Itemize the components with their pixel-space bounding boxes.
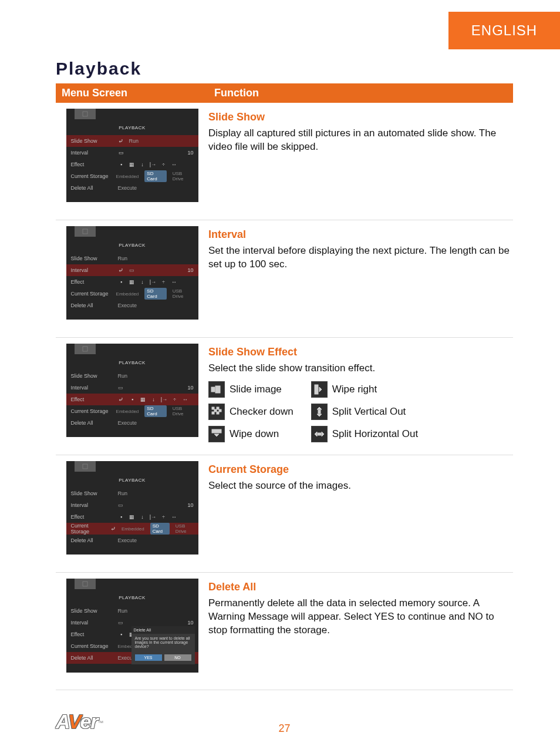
function-title: Slide Show Effect: [208, 346, 513, 358]
svg-rect-16: [83, 582, 87, 586]
menu-screenshot-effect: PLAYBACK Slide ShowRun Interval▭10 Effec…: [66, 344, 198, 437]
svg-rect-3: [211, 387, 215, 392]
function-body: Permanently delete all the data in selec…: [208, 597, 513, 637]
table-row: PLAYBACK Slide ShowRun Interval▭10 Effec…: [56, 573, 513, 690]
yes-button[interactable]: YES: [135, 654, 162, 661]
table-row: PLAYBACK Slide ShowRun Interval▭10 Effec…: [56, 455, 513, 573]
svg-rect-1: [83, 229, 87, 234]
table-header-left: Menu Screen: [62, 87, 214, 99]
table-header: Menu Screen Function: [56, 83, 513, 103]
page-footer: AVer™ 27: [56, 708, 513, 746]
header-row: ENGLISH: [0, 0, 560, 53]
slide-image-icon: [208, 381, 225, 398]
svg-rect-2: [83, 347, 87, 351]
effect-label: Checker down: [230, 406, 294, 418]
page-number: 27: [278, 723, 290, 735]
svg-rect-11: [212, 429, 221, 433]
function-body: Select the slide show transition effect.: [208, 362, 513, 375]
effect-label: Split Horizontal Out: [332, 428, 418, 440]
wipe-down-icon: [208, 426, 225, 442]
function-body: Display all captured still pictures in a…: [208, 127, 513, 154]
table-row: PLAYBACK Slide ShowRun Interval⤶▭10 Effe…: [56, 220, 513, 338]
effect-label: Wipe right: [332, 384, 377, 395]
svg-rect-13: [318, 410, 321, 414]
language-indicator: ENGLISH: [448, 12, 560, 49]
menu-screenshot-interval: PLAYBACK Slide ShowRun Interval⤶▭10 Effe…: [66, 226, 198, 320]
table-row: PLAYBACK Slide Show⤶Run Interval▭10 Effe…: [56, 103, 513, 220]
no-button[interactable]: NO: [164, 654, 191, 661]
table-row: PLAYBACK Slide ShowRun Interval▭10 Effec…: [56, 338, 513, 455]
svg-rect-15: [83, 464, 87, 469]
svg-rect-10: [217, 412, 219, 414]
function-title: Current Storage: [208, 463, 513, 476]
effect-list: Slide image Checker down Wipe down Wipe …: [208, 381, 513, 442]
function-body: Select the source of the images.: [208, 479, 513, 493]
svg-rect-14: [318, 433, 321, 435]
menu-screenshot-delete: PLAYBACK Slide ShowRun Interval▭10 Effec…: [66, 579, 198, 673]
svg-rect-6: [217, 407, 219, 409]
effect-label: Wipe down: [230, 428, 279, 440]
menu-screenshot-storage: PLAYBACK Slide ShowRun Interval▭10 Effec…: [66, 461, 198, 555]
menu-screenshot-slide-show: PLAYBACK Slide Show⤶Run Interval▭10 Effe…: [66, 109, 198, 202]
function-title: Slide Show: [208, 111, 513, 123]
svg-rect-5: [212, 407, 214, 409]
function-title: Delete All: [208, 581, 513, 593]
effect-label: Split Vertical Out: [332, 406, 406, 418]
effect-label: Slide image: [230, 384, 282, 395]
function-title: Interval: [208, 228, 513, 241]
svg-rect-8: [219, 409, 221, 412]
page-title: Playback: [56, 59, 513, 79]
svg-rect-9: [212, 412, 214, 414]
split-horizontal-icon: [311, 426, 328, 442]
svg-rect-0: [83, 112, 87, 116]
checker-down-icon: [208, 404, 225, 420]
function-body: Set the interval before displaying the n…: [208, 244, 513, 271]
svg-rect-12: [315, 385, 318, 394]
svg-rect-7: [214, 409, 217, 412]
svg-rect-4: [215, 386, 220, 393]
brand-logo: AVer™: [56, 710, 104, 733]
delete-confirm-popup: Delete All Are you sure want to delete a…: [131, 626, 195, 664]
wipe-right-icon: [311, 381, 328, 398]
split-vertical-icon: [311, 404, 328, 420]
table-header-right: Function: [214, 87, 507, 99]
